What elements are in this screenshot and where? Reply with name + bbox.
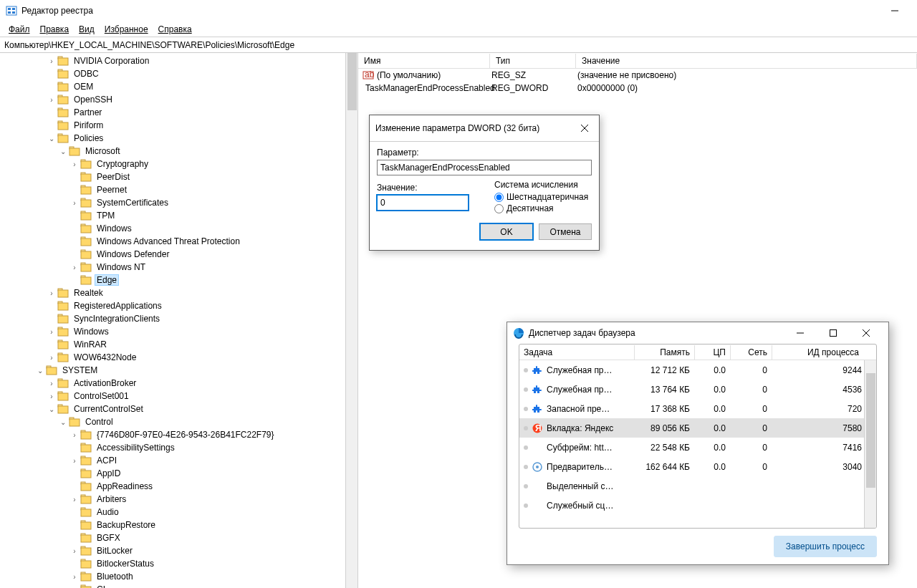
expander-icon[interactable]: › (69, 457, 80, 465)
end-process-button[interactable]: Завершить процесс (774, 536, 877, 557)
process-row[interactable]: Служебный сц… (519, 496, 876, 515)
registry-tree[interactable]: ›NVIDIA CorporationODBCOEM›OpenSSHPartne… (0, 53, 357, 588)
process-row[interactable]: ЯВкладка: Яндекс89 056 КБ0.007580 (519, 418, 876, 438)
tree-item[interactable]: ⌄SYSTEM (0, 364, 357, 377)
expander-icon[interactable]: › (69, 199, 80, 207)
cancel-button[interactable]: Отмена (539, 223, 592, 240)
expander-icon[interactable]: › (46, 380, 57, 387)
btm-col-memory[interactable]: Память (634, 345, 694, 360)
tree-item[interactable]: ›Bluetooth (0, 570, 357, 583)
tree-item[interactable]: Piriform (0, 119, 357, 132)
tree-item[interactable]: ›Arbiters (0, 493, 357, 506)
process-row[interactable]: Субфрейм: htt…22 548 КБ0.007416 (519, 438, 876, 457)
expander-icon[interactable]: › (46, 354, 57, 362)
tree-item[interactable]: RegisteredApplications (0, 299, 357, 312)
expander-icon[interactable]: › (69, 431, 80, 439)
tree-item[interactable]: OEM (0, 80, 357, 93)
expander-icon[interactable]: › (69, 573, 80, 581)
value-input[interactable] (377, 195, 469, 211)
address-input[interactable] (4, 39, 913, 52)
col-name[interactable]: Имя (358, 54, 490, 68)
tree-item[interactable]: ›Cryptography (0, 158, 357, 170)
tree-scroll-thumb[interactable] (347, 53, 357, 110)
tree-item[interactable]: ›Windows NT (0, 261, 357, 274)
tree-item[interactable]: Windows (0, 222, 357, 235)
tree-item[interactable]: ›ACPI (0, 454, 357, 467)
tree-item[interactable]: ⌄Policies (0, 132, 357, 145)
process-row[interactable]: Служебная пр…12 712 КБ0.009244 (519, 360, 876, 380)
btm-col-pid[interactable]: ИД процесса (772, 345, 876, 360)
tree-item[interactable]: ›WOW6432Node (0, 351, 357, 364)
tree-item[interactable]: CI (0, 583, 357, 588)
tree-item[interactable]: Partner (0, 106, 357, 119)
expander-icon[interactable]: › (46, 328, 57, 336)
expander-icon[interactable]: › (69, 264, 80, 271)
tree-item[interactable]: ›Realtek (0, 286, 357, 299)
tree-item[interactable]: ⌄Microsoft (0, 145, 357, 158)
menu-file[interactable]: Файл (4, 24, 34, 34)
window-minimize-button[interactable] (878, 0, 911, 21)
col-data[interactable]: Значение (576, 54, 917, 68)
tree-item[interactable]: Windows Advanced Threat Protection (0, 235, 357, 248)
tree-item[interactable]: ›Windows (0, 325, 357, 338)
tree-item[interactable]: ›OpenSSH (0, 93, 357, 106)
tree-item[interactable]: PeerDist (0, 170, 357, 183)
tree-item[interactable]: BitlockerStatus (0, 557, 357, 570)
btm-col-network[interactable]: Сеть (730, 345, 772, 360)
expander-icon[interactable]: › (46, 96, 57, 104)
tree-item[interactable]: ⌄CurrentControlSet (0, 403, 357, 415)
value-row[interactable]: 011TaskManagerEndProcessEnabledREG_DWORD… (358, 82, 917, 95)
btm-col-cpu[interactable]: ЦП (694, 345, 730, 360)
menu-edit[interactable]: Правка (36, 24, 74, 34)
expander-icon[interactable]: ⌄ (46, 135, 57, 143)
tree-item[interactable]: ›ControlSet001 (0, 390, 357, 403)
expander-icon[interactable]: › (69, 547, 80, 555)
tree-item[interactable]: ›SystemCertificates (0, 196, 357, 209)
btm-col-task[interactable]: Задача (519, 345, 634, 360)
menu-help[interactable]: Справка (154, 24, 196, 34)
values-list[interactable]: ab(По умолчанию)REG_SZ(значение не присв… (358, 69, 917, 95)
tree-item[interactable]: ›BitLocker (0, 544, 357, 557)
tree-item[interactable]: SyncIntegrationClients (0, 312, 357, 325)
tree-item[interactable]: WinRAR (0, 338, 357, 351)
tree-item[interactable]: ›{7746D80F-97E0-4E26-9543-26B41FC22F79} (0, 428, 357, 441)
tree-item[interactable]: AccessibilitySettings (0, 441, 357, 454)
tree-item[interactable]: ›NVIDIA Corporation (0, 54, 357, 67)
btm-scroll-thumb[interactable] (866, 373, 875, 488)
tree-item[interactable]: Audio (0, 506, 357, 519)
btm-process-list[interactable]: Служебная пр…12 712 КБ0.009244Служебная … (519, 360, 876, 528)
expander-icon[interactable]: ⌄ (57, 148, 69, 155)
tree-item[interactable]: Peernet (0, 183, 357, 196)
value-row[interactable]: ab(По умолчанию)REG_SZ(значение не присв… (358, 69, 917, 82)
btm-maximize-button[interactable] (817, 322, 850, 344)
radio-hex-input[interactable] (494, 193, 504, 202)
dword-close-button[interactable] (576, 120, 593, 137)
tree-item[interactable]: Windows Defender (0, 248, 357, 261)
tree-item[interactable]: ›ActivationBroker (0, 377, 357, 390)
tree-item[interactable]: AppReadiness (0, 480, 357, 493)
process-row[interactable]: Запасной пре…17 368 КБ0.00720 (519, 399, 876, 418)
process-row[interactable]: Предваритель…162 644 КБ0.003040 (519, 457, 876, 476)
col-type[interactable]: Тип (490, 54, 576, 68)
expander-icon[interactable]: ⌄ (34, 367, 46, 375)
tree-item[interactable]: BGFX (0, 531, 357, 544)
expander-icon[interactable]: › (69, 160, 80, 168)
menu-view[interactable]: Вид (75, 24, 99, 34)
expander-icon[interactable]: › (46, 392, 57, 400)
tree-scrollbar[interactable] (345, 53, 357, 588)
btm-scrollbar[interactable] (864, 360, 876, 528)
expander-icon[interactable]: › (69, 496, 80, 503)
tree-item[interactable]: ⌄Control (0, 415, 357, 428)
radio-dec-input[interactable] (494, 204, 504, 213)
expander-icon[interactable]: ⌄ (57, 418, 69, 426)
btm-close-button[interactable] (850, 322, 883, 344)
tree-item[interactable]: AppID (0, 467, 357, 480)
radio-hex[interactable]: Шестнадцатеричная (494, 192, 588, 202)
expander-icon[interactable]: ⌄ (46, 405, 57, 413)
ok-button[interactable]: OK (480, 223, 533, 240)
menu-favorites[interactable]: Избранное (100, 24, 153, 34)
process-row[interactable]: Служебная пр…13 764 КБ0.004536 (519, 380, 876, 399)
expander-icon[interactable]: › (46, 57, 57, 65)
param-input[interactable] (377, 160, 592, 175)
tree-item[interactable]: TPM (0, 209, 357, 222)
